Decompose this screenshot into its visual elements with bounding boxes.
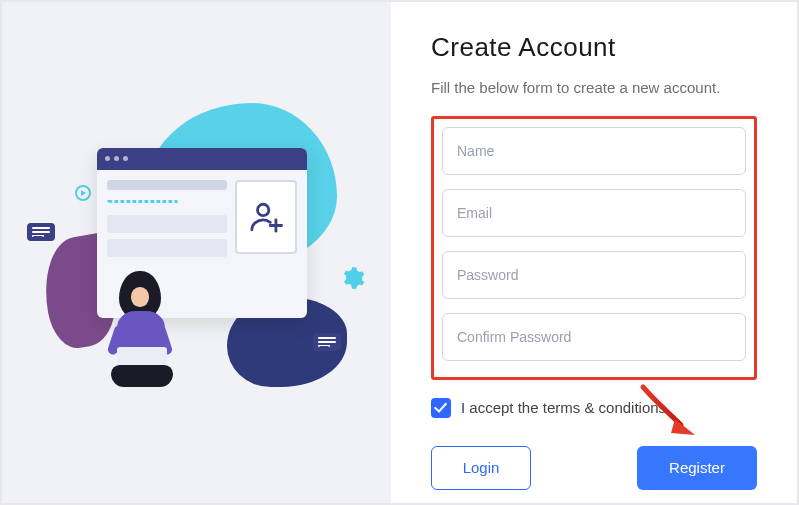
login-button[interactable]: Login (431, 446, 531, 490)
terms-checkbox[interactable] (431, 398, 451, 418)
play-icon (75, 185, 91, 201)
confirm-password-field[interactable] (442, 313, 746, 361)
page-subtitle: Fill the below form to create a new acco… (431, 77, 757, 100)
illustration-panel (2, 2, 391, 503)
register-button[interactable]: Register (637, 446, 757, 490)
chat-icon (27, 223, 55, 241)
chat-icon (313, 333, 341, 351)
page-title: Create Account (431, 32, 757, 63)
email-field[interactable] (442, 189, 746, 237)
person-graphic (97, 271, 187, 391)
password-field[interactable] (442, 251, 746, 299)
terms-label: I accept the terms & conditions (461, 399, 666, 416)
svg-point-0 (257, 204, 268, 215)
form-panel: Create Account Fill the below form to cr… (391, 2, 797, 503)
highlighted-input-group (431, 116, 757, 380)
svg-marker-3 (671, 419, 695, 435)
name-field[interactable] (442, 127, 746, 175)
gear-icon (339, 265, 365, 295)
add-user-icon (235, 180, 297, 254)
signup-illustration (27, 113, 367, 393)
